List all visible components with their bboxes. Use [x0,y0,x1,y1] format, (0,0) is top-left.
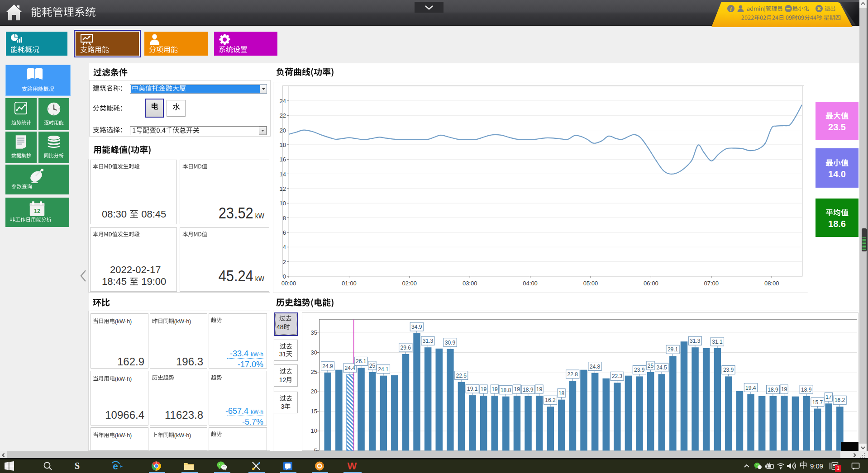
svg-text:12: 12 [34,208,40,214]
svg-text:W: W [348,461,357,471]
svg-text:e: e [113,461,118,471]
svg-text:S: S [75,461,80,471]
